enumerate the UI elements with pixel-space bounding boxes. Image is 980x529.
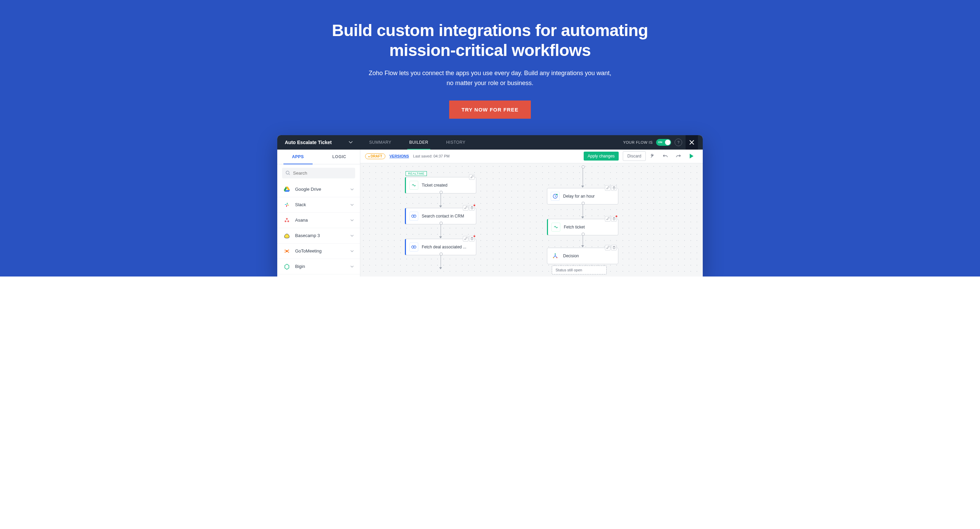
chevron-down-icon: [350, 250, 354, 252]
svg-point-21: [557, 257, 558, 258]
hero-title: Build custom integrations for automating…: [301, 21, 679, 60]
node-label: Decision: [563, 254, 614, 258]
app-header: Auto Escalate Ticket SUMMARY BUILDER HIS…: [277, 135, 703, 149]
svg-point-10: [288, 249, 289, 251]
svg-point-0: [286, 171, 289, 174]
app-name-label: GoToMeeting: [295, 248, 345, 254]
node-label: Fetch deal associated ...: [422, 245, 472, 249]
basecamp-icon: [283, 232, 290, 239]
app-name-label: Asana: [295, 218, 345, 222]
app-item-slack[interactable]: Slack: [277, 197, 360, 213]
svg-rect-1: [285, 204, 286, 205]
node-label: Search contact in CRM: [422, 214, 472, 219]
action-icon: [409, 212, 418, 221]
chevron-down-icon: [350, 265, 354, 268]
app-name-label: Slack: [295, 202, 345, 207]
trigger-icon: [551, 222, 560, 232]
sidebar: APPS LOGIC Goo: [277, 149, 360, 276]
svg-rect-2: [287, 205, 289, 205]
help-icon[interactable]: ?: [675, 138, 682, 146]
svg-point-6: [285, 220, 286, 222]
app-item-basecamp[interactable]: Basecamp 3: [277, 228, 360, 243]
apply-changes-button[interactable]: Apply changes: [584, 152, 619, 160]
connector: [441, 254, 441, 269]
svg-point-12: [288, 251, 289, 253]
svg-point-18: [556, 194, 558, 195]
node-label: Fetch ticket: [564, 225, 614, 229]
last-saved-label: Last saved: 04:37 PM: [413, 154, 450, 158]
svg-point-7: [288, 220, 289, 222]
connector: [441, 192, 441, 207]
app-item-google-drive[interactable]: Google Drive: [277, 182, 360, 197]
close-button[interactable]: [686, 135, 698, 149]
svg-point-8: [286, 250, 288, 252]
svg-point-20: [553, 257, 554, 258]
tab-summary[interactable]: SUMMARY: [360, 135, 401, 149]
delete-icon[interactable]: [611, 245, 617, 251]
app-name-label: Basecamp 3: [295, 233, 345, 238]
app-item-asana[interactable]: Asana: [277, 213, 360, 228]
svg-point-11: [285, 251, 286, 253]
slack-icon: [283, 202, 290, 208]
try-now-button[interactable]: TRY NOW FOR FREE: [449, 100, 531, 119]
app-item-bigin[interactable]: Bigin: [277, 259, 360, 275]
hero-subtitle: Zoho Flow lets you connect the apps you …: [301, 68, 679, 88]
app-name-label: Google Drive: [295, 187, 345, 192]
clock-icon: [551, 192, 560, 201]
discard-button[interactable]: Discard: [623, 151, 646, 161]
undo-icon[interactable]: [663, 154, 672, 159]
bigin-icon: [283, 263, 290, 270]
draft-badge: DRAFT: [365, 153, 385, 159]
sidebar-tab-apps[interactable]: APPS: [277, 149, 319, 164]
realtime-tag: REALTIME: [406, 171, 427, 176]
google-drive-icon: [283, 186, 290, 193]
gotomeeting-icon: [283, 248, 290, 254]
svg-rect-3: [286, 205, 287, 207]
edit-icon[interactable]: [463, 205, 468, 211]
connector: [441, 223, 441, 238]
delete-icon[interactable]: [469, 205, 474, 211]
redo-icon[interactable]: [676, 154, 685, 159]
flow-status-label: YOUR FLOW IS: [623, 140, 653, 145]
app-item-gotomeeting[interactable]: GoToMeeting: [277, 243, 360, 259]
edit-icon[interactable]: [605, 245, 611, 251]
sidebar-tab-logic[interactable]: LOGIC: [319, 149, 360, 164]
trigger-icon: [409, 181, 418, 190]
app-window: Auto Escalate Ticket SUMMARY BUILDER HIS…: [277, 135, 703, 276]
app-name-label: Bigin: [295, 264, 345, 269]
delete-icon[interactable]: [611, 216, 617, 222]
decision-icon: [551, 251, 560, 261]
play-icon[interactable]: [689, 153, 698, 159]
search-box[interactable]: [282, 168, 355, 178]
delete-icon[interactable]: [611, 185, 617, 191]
search-input[interactable]: [293, 170, 352, 176]
versions-link[interactable]: VERSIONS: [390, 154, 409, 158]
flow-name-dropdown[interactable]: Auto Escalate Ticket: [277, 135, 360, 149]
svg-point-19: [555, 253, 556, 254]
tab-history[interactable]: HISTORY: [437, 135, 474, 149]
chevron-down-icon: [350, 219, 354, 221]
flow-canvas[interactable]: REALTIME Ticket created: [360, 163, 703, 276]
edit-icon[interactable]: [469, 174, 474, 180]
flow-toggle[interactable]: ON: [656, 139, 671, 146]
svg-point-9: [285, 249, 286, 251]
chevron-down-icon: [350, 204, 354, 206]
asana-icon: [283, 217, 290, 224]
node-label: Ticket created: [422, 183, 472, 187]
action-icon: [409, 243, 418, 251]
edit-icon[interactable]: [463, 236, 468, 241]
canvas-toolbar: DRAFT VERSIONS Last saved: 04:37 PM Appl…: [360, 149, 703, 163]
decision-branch-label[interactable]: Status still open: [552, 265, 607, 275]
edit-icon[interactable]: [605, 216, 611, 222]
flow-node-decision[interactable]: Decision: [547, 248, 618, 264]
chevron-down-icon: [348, 141, 353, 144]
search-icon: [285, 170, 290, 175]
delete-icon[interactable]: [469, 236, 474, 241]
chevron-down-icon: [350, 235, 354, 237]
node-label: Delay for an hour: [563, 194, 614, 199]
magic-wand-icon[interactable]: [650, 154, 659, 159]
edit-icon[interactable]: [605, 185, 611, 191]
tab-builder[interactable]: BUILDER: [401, 135, 438, 149]
svg-point-5: [286, 218, 288, 219]
svg-rect-4: [287, 203, 288, 205]
